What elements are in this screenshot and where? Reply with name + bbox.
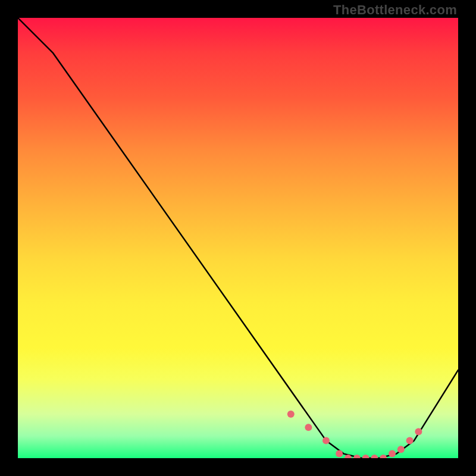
marker-dot xyxy=(397,446,405,453)
marker-dot xyxy=(371,455,378,458)
marker-dot xyxy=(406,437,414,444)
marker-dot xyxy=(336,450,343,458)
marker-dot xyxy=(415,428,422,436)
chart-svg xyxy=(18,18,458,458)
marker-dot xyxy=(322,437,330,444)
chart-frame: TheBottleneck.com xyxy=(0,0,476,476)
marker-dot xyxy=(362,455,369,458)
watermark-label: TheBottleneck.com xyxy=(333,2,457,18)
marker-dot xyxy=(287,411,295,418)
marker-dot xyxy=(380,455,387,458)
plot-area xyxy=(18,18,458,458)
bottleneck-curve xyxy=(18,18,458,458)
marker-dot xyxy=(389,450,396,458)
marker-dot xyxy=(305,424,312,431)
marker-dot xyxy=(353,455,361,458)
highlighted-points xyxy=(287,411,422,458)
